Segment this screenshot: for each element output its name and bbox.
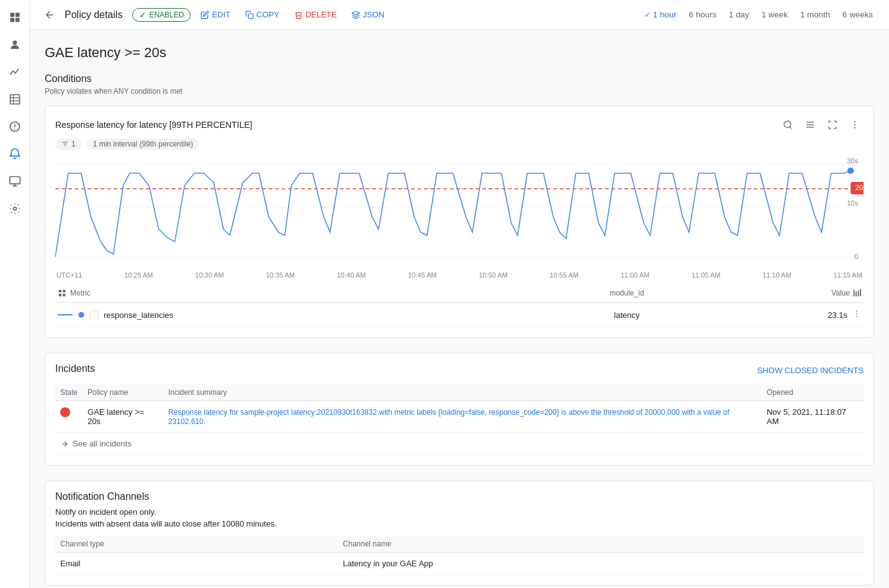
svg-point-24: [854, 127, 855, 129]
time-range-1m[interactable]: 1 month: [794, 7, 836, 22]
svg-rect-37: [59, 294, 61, 296]
incidents-title: Incidents: [55, 363, 95, 374]
metric-col-header: Metric: [55, 284, 546, 303]
chart-more-button[interactable]: [846, 116, 864, 133]
time-range-6h[interactable]: 6 hours: [683, 7, 723, 22]
chart-header: Response latency for latency [99TH PERCE…: [55, 116, 864, 133]
svg-text:20s: 20s: [855, 184, 864, 191]
row-more-button[interactable]: [852, 309, 861, 320]
state-col-header: State: [55, 384, 83, 401]
svg-rect-5: [10, 95, 19, 104]
notification-table: Channel type Channel name Email Latency …: [55, 536, 864, 575]
svg-point-44: [856, 310, 857, 312]
svg-rect-39: [854, 290, 855, 297]
policy-title: GAE latency >= 20s: [45, 45, 874, 61]
svg-point-45: [856, 313, 857, 314]
svg-text:0: 0: [854, 253, 858, 260]
incidents-table: State Policy name Incident summary Opene…: [55, 384, 864, 455]
incidents-header: Incidents SHOW CLOSED INCIDENTS: [55, 363, 864, 377]
svg-point-34: [847, 168, 854, 174]
incident-state-dot: [60, 407, 70, 417]
legend-filter-badge: 1: [55, 138, 82, 150]
module-id-col-header: module_id: [546, 284, 706, 303]
channel-type-col-header: Channel type: [55, 536, 338, 553]
channel-name-col-header: Channel name: [338, 536, 864, 553]
chart-area: 30s 10s 0 20s: [55, 155, 864, 266]
chart-expand-button[interactable]: [824, 116, 841, 133]
incident-policy-name-cell: GAE latency >= 20s: [83, 401, 163, 433]
svg-rect-40: [855, 292, 857, 297]
copy-button[interactable]: COPY: [240, 7, 284, 22]
channel-type-cell: Email: [55, 553, 338, 575]
chart-search-button[interactable]: [779, 116, 796, 133]
incident-summary-cell: Response latency for sample-project late…: [163, 401, 762, 433]
svg-rect-35: [59, 290, 61, 292]
table-row: response_latencies latency 23.1s: [55, 303, 864, 327]
gear-icon[interactable]: [2, 196, 27, 221]
bell-icon[interactable]: [2, 142, 27, 166]
svg-rect-38: [63, 294, 65, 296]
notification-title: Notification Channels: [55, 491, 864, 502]
back-button[interactable]: [40, 5, 60, 25]
notification-desc1: Notify on incident open only.: [55, 507, 864, 517]
chart-svg: 30s 10s 0 20s: [55, 155, 864, 266]
delete-button[interactable]: DELETE: [289, 7, 342, 22]
svg-point-46: [856, 315, 857, 317]
chart-title: Response latency for latency [99TH PERCE…: [55, 120, 252, 130]
notification-row: Email Latency in your GAE App: [55, 553, 864, 575]
status-badge: ✓ ENABLED: [132, 8, 191, 22]
chart-compare-button[interactable]: [801, 116, 819, 133]
metric-line-indicator: [58, 314, 73, 315]
monitor-icon[interactable]: [2, 169, 27, 194]
svg-rect-3: [15, 18, 19, 22]
svg-point-4: [12, 40, 17, 45]
value-col-header: Value: [707, 284, 864, 303]
svg-text:30s: 30s: [847, 157, 859, 165]
time-range-6w[interactable]: 6 weeks: [836, 7, 879, 22]
svg-rect-12: [9, 177, 20, 184]
json-button[interactable]: JSON: [346, 7, 389, 22]
main-content: Policy details ✓ ENABLED EDIT COPY DELET…: [30, 0, 889, 588]
time-range-1h[interactable]: 1 hour: [638, 7, 682, 22]
svg-rect-36: [63, 290, 65, 292]
see-all-label: See all incidents: [73, 439, 132, 448]
svg-rect-2: [10, 18, 14, 22]
page-title: Policy details: [65, 9, 122, 20]
svg-text:10s: 10s: [847, 199, 859, 207]
metric-checkbox[interactable]: [90, 310, 99, 319]
svg-point-17: [784, 121, 791, 128]
chart-line-icon[interactable]: [2, 60, 27, 84]
svg-rect-41: [858, 291, 859, 296]
svg-point-11: [14, 129, 16, 130]
see-all-row: See all incidents: [55, 433, 864, 455]
svg-rect-16: [248, 14, 253, 19]
time-range-1d[interactable]: 1 day: [723, 7, 756, 22]
see-all-incidents-link[interactable]: See all incidents: [60, 439, 859, 448]
show-closed-incidents-link[interactable]: SHOW CLOSED INCIDENTS: [757, 366, 864, 375]
home-icon[interactable]: [2, 5, 27, 30]
svg-rect-0: [10, 13, 14, 17]
channel-name-cell: Latency in your GAE App: [338, 553, 864, 575]
conditions-subtitle: Policy violates when ANY condition is me…: [45, 87, 874, 96]
edit-button[interactable]: EDIT: [196, 7, 235, 22]
chart-legend: 1 1 min interval (99th percentile): [55, 138, 864, 150]
chart-card: Response latency for latency [99TH PERCE…: [45, 106, 874, 338]
notification-desc2: Incidents with absent data will auto clo…: [55, 519, 864, 528]
time-range-1w[interactable]: 1 week: [756, 7, 794, 22]
value-cell: 23.1s: [707, 303, 864, 327]
svg-point-22: [854, 121, 855, 122]
module-id-cell: latency: [546, 303, 706, 327]
incident-row: GAE latency >= 20s Response latency for …: [55, 401, 864, 433]
topbar: Policy details ✓ ENABLED EDIT COPY DELET…: [30, 0, 889, 30]
legend-interval: 1 min interval (99th percentile): [87, 138, 199, 150]
incident-opened-cell: Nov 5, 2021, 11:18:07 AM: [762, 401, 864, 433]
svg-rect-42: [860, 289, 861, 297]
conditions-title: Conditions: [45, 73, 874, 84]
incident-summary-link[interactable]: Response latency for sample-project late…: [168, 408, 729, 426]
table-icon[interactable]: [2, 87, 27, 112]
notification-section: Notification Channels Notify on incident…: [45, 481, 874, 586]
alert-circle-icon[interactable]: [2, 114, 27, 139]
person-icon[interactable]: [2, 32, 27, 57]
status-check-icon: ✓: [139, 10, 147, 20]
svg-rect-1: [15, 13, 19, 17]
